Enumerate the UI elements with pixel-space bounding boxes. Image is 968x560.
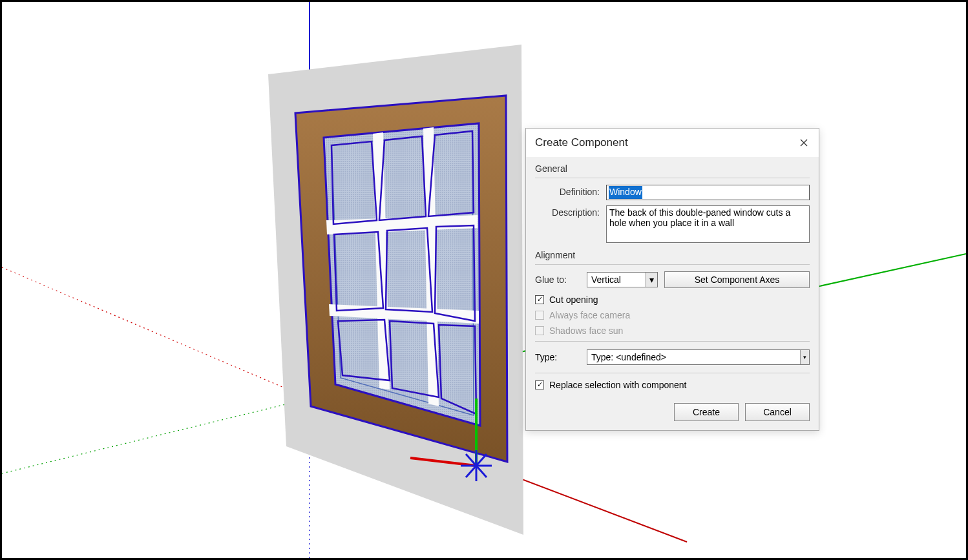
create-component-dialog: Create Component General Definition: Win… bbox=[525, 128, 819, 431]
shadows-face-sun-checkbox bbox=[535, 326, 544, 335]
definition-label: Definition: bbox=[535, 185, 606, 197]
type-select[interactable]: Type: <undefined> ▾ bbox=[587, 349, 810, 365]
description-input[interactable] bbox=[606, 205, 810, 243]
glue-to-select[interactable]: Vertical ▾ bbox=[587, 272, 658, 287]
always-face-camera-label: Always face camera bbox=[549, 310, 630, 320]
always-face-camera-row: Always face camera bbox=[535, 310, 810, 320]
dialog-titlebar[interactable]: Create Component bbox=[526, 129, 819, 157]
type-label: Type: bbox=[535, 352, 580, 362]
glue-to-label: Glue to: bbox=[535, 275, 580, 285]
svg-marker-10 bbox=[324, 123, 480, 426]
cancel-button[interactable]: Cancel bbox=[745, 403, 810, 421]
glue-to-value: Vertical bbox=[591, 275, 621, 285]
3d-viewport[interactable] bbox=[2, 2, 966, 558]
shadows-face-sun-label: Shadows face sun bbox=[549, 326, 623, 336]
always-face-camera-checkbox bbox=[535, 311, 544, 320]
replace-selection-checkbox[interactable] bbox=[535, 380, 544, 389]
divider bbox=[535, 373, 810, 373]
close-icon bbox=[800, 139, 808, 147]
general-section-label: General bbox=[535, 163, 810, 174]
dialog-title: Create Component bbox=[535, 136, 628, 149]
set-component-axes-button[interactable]: Set Component Axes bbox=[664, 271, 810, 288]
replace-selection-row[interactable]: Replace selection with component bbox=[535, 380, 810, 390]
close-button[interactable] bbox=[794, 135, 814, 150]
description-label: Description: bbox=[535, 205, 606, 218]
create-button[interactable]: Create bbox=[674, 403, 739, 421]
divider bbox=[535, 264, 810, 265]
cut-opening-checkbox-row[interactable]: Cut opening bbox=[535, 295, 810, 305]
cut-opening-label: Cut opening bbox=[549, 295, 598, 305]
svg-line-1 bbox=[2, 399, 310, 473]
replace-selection-label: Replace selection with component bbox=[549, 380, 686, 390]
definition-input[interactable]: Window bbox=[606, 185, 810, 200]
divider bbox=[535, 341, 810, 342]
svg-line-0 bbox=[2, 267, 310, 399]
shadows-face-sun-row: Shadows face sun bbox=[535, 326, 810, 336]
chevron-down-icon: ▾ bbox=[800, 350, 809, 364]
alignment-section-label: Alignment bbox=[535, 250, 810, 260]
chevron-down-icon: ▾ bbox=[646, 273, 657, 287]
divider bbox=[535, 178, 810, 178]
type-value: Type: <undefined> bbox=[591, 352, 666, 362]
cut-opening-checkbox[interactable] bbox=[535, 295, 544, 304]
